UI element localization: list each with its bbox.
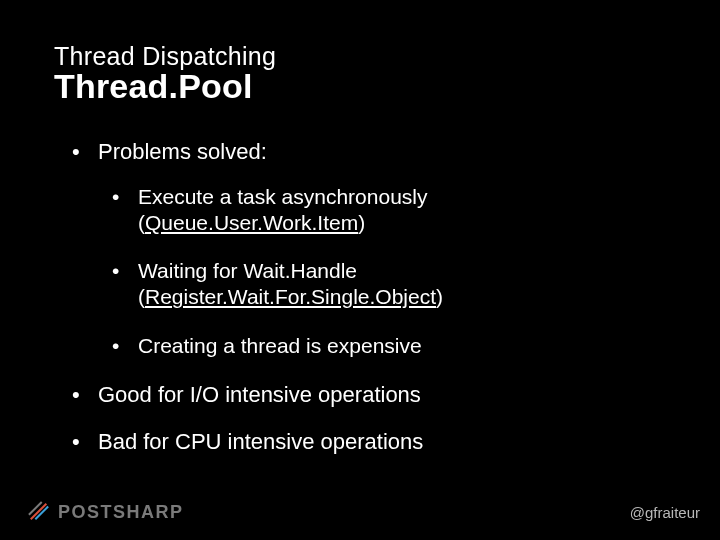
underlined-code: Register.Wait.For.Single.Object: [145, 285, 436, 308]
svg-line-2: [29, 502, 42, 515]
list-item: Waiting for Wait.Handle (Register.Wait.F…: [112, 258, 666, 311]
list-item: Creating a thread is expensive: [112, 333, 666, 359]
bullet-text: Problems solved:: [98, 139, 267, 164]
underlined-code: Queue.User.Work.Item: [145, 211, 358, 234]
slide: Thread Dispatching Thread.Pool Problems …: [0, 0, 720, 540]
brand-text: POSTSHARP: [58, 502, 184, 523]
postsharp-mark-icon: [28, 501, 50, 523]
bullet-text: Bad for CPU intensive operations: [98, 429, 423, 454]
bullet-text: Creating a thread is expensive: [138, 334, 422, 357]
bullet-text: Good for I/O intensive operations: [98, 382, 421, 407]
footer: POSTSHARP @gfraiteur: [0, 496, 720, 528]
list-item: Bad for CPU intensive operations: [72, 428, 666, 456]
slide-title: Thread.Pool: [54, 67, 666, 106]
bullet-text: Waiting for Wait.Handle: [138, 259, 357, 282]
list-item: Problems solved: Execute a task asynchro…: [72, 138, 666, 359]
list-item: Good for I/O intensive operations: [72, 381, 666, 409]
bullet-list: Problems solved: Execute a task asynchro…: [54, 138, 666, 456]
author-handle: @gfraiteur: [630, 504, 700, 521]
brand-logo: POSTSHARP: [28, 501, 184, 523]
bullet-text: Execute a task asynchronously: [138, 185, 428, 208]
list-item: Execute a task asynchronously (Queue.Use…: [112, 184, 666, 237]
bullet-sublist: Execute a task asynchronously (Queue.Use…: [98, 184, 666, 359]
